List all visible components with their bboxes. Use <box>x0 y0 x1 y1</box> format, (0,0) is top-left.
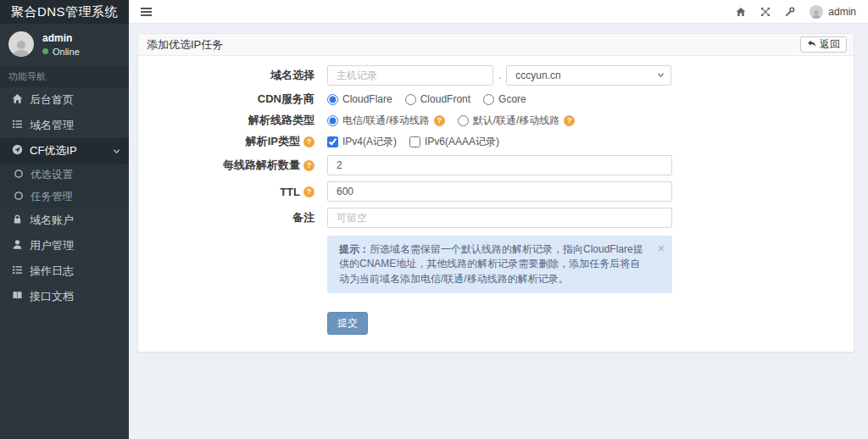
task-form: 域名选择 . cccyun.cn <box>138 56 854 352</box>
paper-plane-icon <box>12 144 23 158</box>
user-status: Online <box>42 47 80 57</box>
topbar: admin <box>129 0 868 24</box>
checkbox-input[interactable] <box>327 136 338 147</box>
sidebar-item-label: 用户管理 <box>30 238 74 253</box>
help-icon[interactable]: ? <box>434 115 445 126</box>
sidebar-item-label: CF优选IP <box>30 143 77 158</box>
help-icon[interactable]: ? <box>564 115 575 126</box>
host-record-input[interactable] <box>327 65 493 86</box>
back-button-label: 返回 <box>820 37 840 52</box>
field-label: 解析线路类型 <box>138 113 314 128</box>
chevron-down-icon <box>113 145 120 158</box>
online-dot-icon <box>42 48 48 54</box>
user-name: admin <box>42 32 80 44</box>
sidebar-item-label: 操作日志 <box>30 264 74 279</box>
sidebar-item-label: 优选设置 <box>31 168 73 182</box>
circle-icon <box>14 169 24 181</box>
main-content: 添加优选IP任务 返回 域名选择 . <box>129 25 868 439</box>
checkbox-ipv6[interactable]: IPv6(AAAA记录) <box>409 135 499 149</box>
checkbox-ipv4[interactable]: IPv4(A记录) <box>327 135 397 149</box>
radio-gcore[interactable]: Gcore <box>483 93 526 105</box>
sidebar-user-panel: admin Online <box>0 24 129 66</box>
radio-input[interactable] <box>483 94 494 105</box>
per-line-count-input[interactable] <box>327 155 672 175</box>
sidebar-item-label: 接口文档 <box>30 289 74 304</box>
circle-icon <box>14 191 24 203</box>
home-icon[interactable] <box>736 7 746 17</box>
radio-label: 电信/联通/移动线路 <box>342 114 430 128</box>
topbar-username: admin <box>828 6 856 18</box>
page-title: 添加优选IP任务 <box>147 37 223 53</box>
user-status-label: Online <box>53 47 80 57</box>
sidebar-item-label: 后台首页 <box>30 92 74 108</box>
sidebar-item-cf-settings[interactable]: 优选设置 <box>0 164 129 186</box>
field-label: 解析IP类型 ? <box>138 134 314 149</box>
card-header: 添加优选IP任务 返回 <box>138 34 854 56</box>
field-label: 域名选择 <box>138 68 314 83</box>
alert-text: 所选域名需保留一个默认线路的解析记录，指向CloudFlare提供的CNAME地… <box>339 243 643 285</box>
list-icon <box>12 119 23 132</box>
domain-select[interactable]: cccyun.cn <box>506 65 671 86</box>
user-icon <box>12 239 23 253</box>
submit-button[interactable]: 提交 <box>327 312 368 335</box>
sidebar-item-cf-tasks[interactable]: 任务管理 <box>0 186 129 208</box>
screen: 聚合DNS管理系统 admin Online 功能导航 后台首页 <box>0 0 868 439</box>
sidebar: 聚合DNS管理系统 admin Online 功能导航 后台首页 <box>0 0 129 439</box>
alert-prefix: 提示： <box>339 243 370 255</box>
user-avatar <box>8 31 34 57</box>
submit-row: 提交 <box>327 312 845 335</box>
remark-input[interactable] <box>327 208 672 228</box>
field-label: CDN服务商 <box>138 92 314 107</box>
field-label: 每线路解析数量 ? <box>138 158 314 173</box>
sidebar-item-cf-ip[interactable]: CF优选IP <box>0 138 129 164</box>
sidebar-item-dashboard[interactable]: 后台首页 <box>0 87 129 113</box>
back-button[interactable]: 返回 <box>800 36 847 53</box>
list-icon <box>12 264 23 278</box>
book-icon <box>12 290 23 303</box>
radio-line-isp[interactable]: 电信/联通/移动线路 ? <box>327 114 445 128</box>
help-icon[interactable]: ? <box>303 160 314 171</box>
topbar-user-menu[interactable]: admin <box>810 5 856 19</box>
radio-cloudflare[interactable]: CloudFlare <box>327 93 392 105</box>
form-row-domain: 域名选择 . cccyun.cn <box>138 65 845 86</box>
ttl-input[interactable] <box>327 181 672 202</box>
radio-input[interactable] <box>458 115 469 126</box>
form-row-ttl: TTL ? <box>138 181 845 202</box>
radio-input[interactable] <box>327 94 338 105</box>
sidebar-item-domains[interactable]: 域名管理 <box>0 113 129 138</box>
radio-label: CloudFront <box>420 93 470 105</box>
checkbox-input[interactable] <box>409 136 420 147</box>
sidebar-item-domain-accounts[interactable]: 域名账户 <box>0 208 129 233</box>
radio-label: Gcore <box>498 93 526 105</box>
sidebar-item-label: 域名管理 <box>30 118 74 133</box>
sidebar-toggle-icon[interactable] <box>137 4 155 19</box>
radio-label: 默认/联通/移动线路 <box>473 114 560 128</box>
domain-separator: . <box>498 69 501 81</box>
field-label: 备注 <box>138 210 314 225</box>
form-row-per-line-count: 每线路解析数量 ? <box>138 155 845 175</box>
radio-input[interactable] <box>405 94 416 105</box>
radio-line-default[interactable]: 默认/联通/移动线路 ? <box>458 114 576 128</box>
reply-arrow-icon <box>807 39 816 51</box>
lock-icon <box>12 214 23 227</box>
avatar <box>810 5 823 19</box>
sidebar-item-logs[interactable]: 操作日志 <box>0 258 129 284</box>
sidebar-item-api-docs[interactable]: 接口文档 <box>0 284 129 309</box>
radio-input[interactable] <box>327 115 338 126</box>
close-icon[interactable]: × <box>658 240 665 257</box>
sidebar-submenu: 优选设置 任务管理 <box>0 164 129 208</box>
sidebar-section-header: 功能导航 <box>0 66 129 87</box>
sidebar-item-users[interactable]: 用户管理 <box>0 233 129 258</box>
fullscreen-icon[interactable] <box>760 7 771 17</box>
field-label: TTL ? <box>138 186 314 198</box>
help-icon[interactable]: ? <box>303 186 314 197</box>
help-icon[interactable]: ? <box>303 136 314 147</box>
sidebar-item-label: 域名账户 <box>30 213 74 228</box>
sidebar-nav: 后台首页 域名管理 CF优选IP <box>0 87 129 309</box>
checkbox-label: IPv4(A记录) <box>342 135 397 149</box>
form-row-line-type: 解析线路类型 电信/联通/移动线路 ? 默认/联通/移动线路 ? <box>138 113 845 128</box>
wrench-icon[interactable] <box>785 7 795 17</box>
radio-cloudfront[interactable]: CloudFront <box>405 93 470 105</box>
form-row-cdn: CDN服务商 CloudFlare CloudFront <box>138 92 845 107</box>
app-title[interactable]: 聚合DNS管理系统 <box>0 0 129 24</box>
